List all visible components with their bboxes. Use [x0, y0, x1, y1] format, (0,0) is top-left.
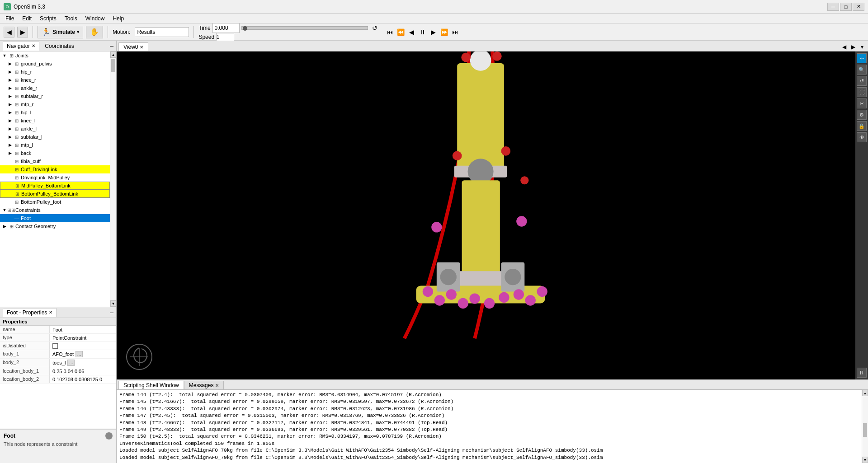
view0-close-icon[interactable]: ✕ — [140, 45, 143, 50]
play-last-button[interactable]: ⏭ — [450, 27, 460, 37]
expand-icon[interactable]: ▶ — [7, 126, 13, 131]
timeline-thumb[interactable] — [243, 26, 247, 31]
tree-scrollbar[interactable]: ▲ ▼ — [110, 51, 116, 307]
messages-close-icon[interactable]: ✕ — [215, 383, 219, 388]
minimize-button[interactable]: ─ — [827, 3, 839, 11]
menu-tools[interactable]: Tools — [61, 14, 81, 23]
play-forward-button[interactable]: ▶ — [429, 27, 439, 37]
expand-icon[interactable]: ▶ — [7, 69, 13, 75]
rt-settings-btn[interactable]: ⚙ — [857, 110, 867, 120]
rt-view-btn[interactable]: 👁 — [857, 132, 867, 142]
properties-section-header[interactable]: Properties — [0, 318, 116, 326]
viewport[interactable]: ⊹ 🔍 ↺ ⛶ ✂ ⚙ 🔒 👁 R — [117, 51, 868, 379]
console-scrollbar[interactable]: ▲ ▼ — [862, 390, 868, 463]
contact-expand-icon[interactable]: ▶ — [2, 224, 7, 229]
expand-icon[interactable]: ▶ — [7, 61, 13, 66]
play-first-button[interactable]: ⏮ — [385, 27, 395, 37]
navigator-minimize-button[interactable]: ─ — [110, 43, 113, 49]
navigator-tab[interactable]: Navigator ✕ — [3, 42, 39, 51]
properties-close-icon[interactable]: ✕ — [49, 310, 52, 315]
tree-item-ground-pelvis[interactable]: ▶ ⊞ ground_pelvis — [0, 60, 110, 68]
tree-item-hip-r[interactable]: ▶ ⊞ hip_r — [0, 68, 110, 76]
maximize-button[interactable]: □ — [840, 3, 852, 11]
menu-window[interactable]: Window — [82, 14, 108, 23]
rt-lock-btn[interactable]: 🔒 — [857, 121, 867, 131]
rt-clip-btn[interactable]: ✂ — [857, 98, 867, 108]
tree-scroll-track[interactable] — [110, 58, 116, 300]
tree-item-midpulley-bottomlink[interactable]: ▶ ⊞ MidPulley_BottomLink — [0, 182, 110, 190]
tree-item-tibia-cuff[interactable]: ▶ ⊞ tibia_cuff — [0, 157, 110, 165]
menu-edit[interactable]: Edit — [19, 14, 35, 23]
forward-button[interactable]: ▶ — [17, 27, 28, 37]
tree-item-bottompulley-bottomlink[interactable]: ▶ ⊞ BottomPulley_BottomLink — [0, 190, 110, 198]
menu-scripts[interactable]: Scripts — [36, 14, 60, 23]
loop-button[interactable]: ↺ — [370, 23, 380, 33]
properties-tab[interactable]: Foot - Properties ✕ — [3, 308, 57, 317]
expand-icon[interactable]: ▶ — [7, 134, 13, 140]
simulate-dropdown-icon[interactable]: ▾ — [77, 29, 79, 34]
rt-zoom-btn[interactable]: 🔍 — [857, 65, 867, 75]
body1-browse-button[interactable]: … — [75, 351, 83, 357]
joints-expand-icon[interactable]: ▼ — [2, 53, 7, 58]
rt-frame-btn[interactable]: ⛶ — [857, 87, 867, 97]
tree-item-driving-midpulley[interactable]: ▶ ⊞ DrivingLink_MidPulley — [0, 173, 110, 182]
expand-icon[interactable]: ▶ — [7, 94, 13, 99]
play-pause-button[interactable]: ⏸ — [418, 27, 428, 37]
prop-val-isdisabled[interactable] — [50, 342, 116, 350]
expand-icon[interactable]: ▶ — [7, 77, 13, 83]
view-nav-dropdown[interactable]: ▾ — [858, 43, 866, 51]
tree-item-foot[interactable]: ▶ — Foot — [0, 214, 110, 222]
time-input[interactable] — [212, 23, 240, 33]
tree-item-knee-l[interactable]: ▶ ⊞ knee_l — [0, 117, 110, 125]
play-back-button[interactable]: ◀ — [407, 27, 417, 37]
menu-file[interactable]: File — [2, 14, 18, 23]
expand-icon[interactable]: ▶ — [7, 110, 13, 115]
expand-icon[interactable]: ▶ — [7, 150, 13, 156]
rt-select-btn[interactable]: ⊹ — [857, 53, 867, 63]
expand-icon[interactable]: ▶ — [7, 102, 13, 107]
console-scroll-thumb[interactable] — [863, 423, 867, 437]
tree-item-subtalar-l[interactable]: ▶ ⊞ subtalar_l — [0, 133, 110, 141]
play-next-button[interactable]: ⏩ — [439, 27, 449, 37]
hand-button[interactable]: ✋ — [86, 26, 103, 38]
tree-item-mtp-r[interactable]: ▶ ⊞ mtp_r — [0, 100, 110, 108]
tree-item-knee-r[interactable]: ▶ ⊞ knee_r — [0, 76, 110, 84]
body2-browse-button[interactable]: … — [67, 360, 75, 366]
console-scroll-track[interactable] — [862, 396, 868, 457]
view0-tab[interactable]: View0 ✕ — [118, 42, 148, 51]
tree-scroll-up[interactable]: ▲ — [110, 51, 116, 58]
tree-item-constraints[interactable]: ▼ ⊞⊞ Constraints — [0, 206, 110, 214]
play-prev-button[interactable]: ⏪ — [396, 27, 406, 37]
timeline-track[interactable] — [241, 26, 368, 30]
motion-input[interactable] — [135, 27, 189, 37]
expand-icon[interactable]: ▶ — [7, 142, 13, 148]
simulate-button[interactable]: 🏃 Simulate ▾ — [38, 26, 83, 38]
tree-item-subtalar-r[interactable]: ▶ ⊞ subtalar_r — [0, 92, 110, 100]
tree-item-hip-l[interactable]: ▶ ⊞ hip_l — [0, 108, 110, 117]
menu-help[interactable]: Help — [109, 14, 127, 23]
coordinates-tab[interactable]: Coordinates — [41, 42, 78, 50]
tree-scroll-down[interactable]: ▼ — [110, 300, 116, 307]
messages-tab[interactable]: Messages ✕ — [184, 381, 224, 389]
isdisabled-checkbox[interactable] — [52, 343, 58, 349]
tree-item-joints[interactable]: ▼ ⊞ Joints — [0, 51, 110, 60]
tree-item-bottompulley-foot[interactable]: ▶ ⊞ BottomPulley_foot — [0, 198, 110, 206]
console-scroll-down[interactable]: ▼ — [862, 457, 868, 463]
properties-minimize-button[interactable]: ─ — [110, 310, 113, 315]
back-button[interactable]: ◀ — [4, 27, 14, 37]
console-body[interactable]: Frame 144 (t=2.4): total squared error =… — [117, 390, 862, 463]
view-nav-right[interactable]: ▶ — [849, 43, 857, 51]
tree-item-ankle-r[interactable]: ▶ ⊞ ankle_r — [0, 84, 110, 92]
title-bar-controls[interactable]: ─ □ ✕ — [827, 3, 864, 11]
expand-icon[interactable]: ▶ — [7, 85, 13, 91]
speed-input[interactable] — [216, 33, 234, 41]
tree-item-mtp-l[interactable]: ▶ ⊞ mtp_l — [0, 141, 110, 149]
navigator-close-icon[interactable]: ✕ — [32, 43, 35, 48]
tree-item-ankle-l[interactable]: ▶ ⊞ ankle_l — [0, 125, 110, 133]
rt-rotate-btn[interactable]: ↺ — [857, 76, 867, 86]
tree-item-contact-geometry[interactable]: ▶ ⊞ Contact Geometry — [0, 222, 110, 230]
tree-scroll-thumb[interactable] — [111, 59, 115, 72]
tree-item-cuff-driving[interactable]: ▶ ⊞ Cuff_DrivingLink — [0, 165, 110, 173]
close-button[interactable]: ✕ — [853, 3, 864, 11]
scripting-shell-tab[interactable]: Scripting Shell Window — [118, 381, 184, 389]
